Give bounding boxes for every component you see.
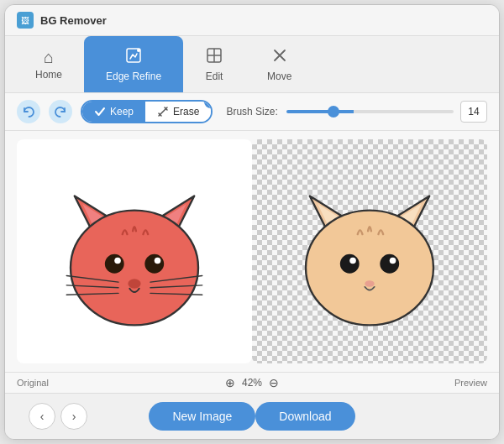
svg-point-28 [349, 257, 356, 264]
erase-button[interactable]: Erase [145, 102, 211, 122]
nav-arrows: ‹ › [29, 403, 87, 430]
zoom-in-icon[interactable]: ⊖ [269, 376, 279, 389]
nav-item-move[interactable]: Move [245, 36, 313, 92]
svg-point-30 [365, 280, 374, 287]
svg-point-11 [144, 253, 164, 273]
svg-point-1 [137, 49, 140, 52]
svg-point-14 [128, 279, 140, 288]
brush-slider-container: 14 [286, 101, 487, 123]
next-button[interactable]: › [60, 403, 87, 430]
zoom-out-icon[interactable]: ⊕ [225, 376, 235, 389]
original-image-panel [17, 139, 252, 363]
preview-image-panel [252, 139, 487, 363]
move-icon [270, 46, 289, 67]
brush-size-slider[interactable] [286, 110, 454, 113]
original-label: Original [17, 378, 225, 388]
bottom-bar: ‹ › New Image Download [5, 393, 499, 439]
edge-refine-icon [124, 46, 143, 67]
nav-label-move: Move [267, 71, 291, 82]
nav-item-edge-refine[interactable]: Edge Refine [84, 36, 183, 92]
nav-label-home: Home [35, 69, 62, 81]
home-icon: ⌂ [44, 49, 54, 65]
bottom-bar-wrapper: ‹ › New Image Download [17, 402, 487, 431]
top-nav: ⌂ Home Edge Refine Edit [5, 36, 499, 93]
canvas-area [5, 131, 499, 372]
brush-value-display: 14 [460, 101, 487, 123]
zoom-controls: ⊕ 42% ⊖ [225, 376, 279, 389]
keep-button[interactable]: Keep [82, 102, 145, 122]
nav-item-home[interactable]: ⌂ Home [13, 36, 84, 92]
svg-point-13 [155, 257, 161, 264]
zoom-value: 42% [242, 377, 262, 389]
svg-point-12 [114, 257, 121, 264]
title-bar: 🖼 BG Remover [5, 5, 499, 36]
nav-label-edit: Edit [206, 71, 223, 82]
main-content: Keep Erase 2 Brush Size: 14 [5, 93, 499, 393]
svg-point-27 [380, 253, 399, 273]
svg-point-10 [105, 253, 124, 273]
svg-point-29 [390, 257, 396, 264]
toolbar: Keep Erase 2 Brush Size: 14 [5, 93, 499, 131]
undo-button[interactable] [17, 100, 40, 123]
brush-size-label: Brush Size: [226, 106, 277, 118]
nav-item-edit[interactable]: Edit [183, 36, 245, 92]
preview-label: Preview [279, 378, 487, 388]
app-icon: 🖼 [17, 12, 34, 29]
keep-erase-group: Keep Erase 2 [81, 100, 213, 123]
new-image-button[interactable]: New Image [149, 402, 255, 431]
edit-icon [205, 46, 223, 67]
app-window: 🖼 BG Remover ⌂ Home Edge Refine [4, 4, 500, 440]
svg-point-26 [340, 253, 360, 273]
nav-label-edge-refine: Edge Refine [106, 71, 161, 82]
app-title: BG Remover [40, 14, 107, 27]
prev-button[interactable]: ‹ [29, 403, 55, 430]
status-bar: Original ⊕ 42% ⊖ Preview [5, 372, 499, 393]
redo-button[interactable] [49, 100, 72, 123]
download-button[interactable]: Download [255, 402, 354, 431]
